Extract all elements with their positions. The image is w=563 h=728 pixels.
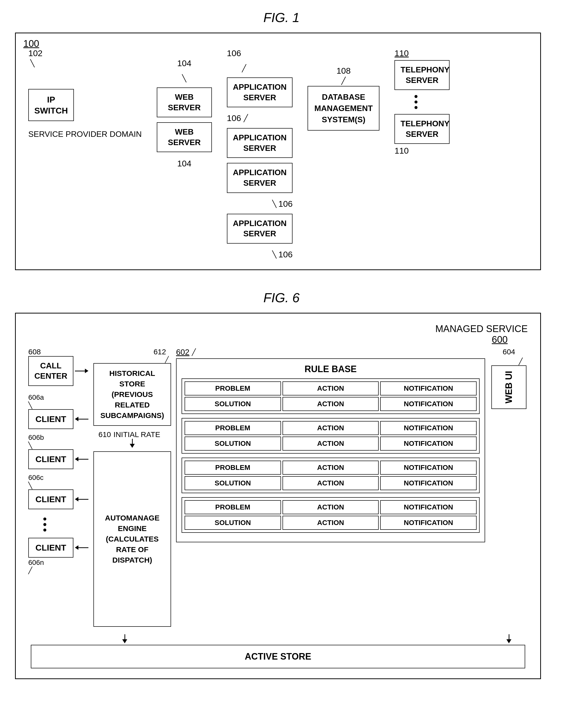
fig6-label-606n: 606n xyxy=(28,559,88,567)
fig6-container: MANAGED SERVICE 600 608 CALL CENTER xyxy=(15,313,541,679)
call-center-arrow xyxy=(75,369,88,373)
fig6-rulebase-col: 602 ╱ RULE BASE PROBLEM ACTION NOTIFICAT… xyxy=(176,348,485,542)
client-606a-arrow xyxy=(75,417,88,421)
fig1-label-106d-arrow: ╲ xyxy=(272,250,277,259)
client-606n-arrow xyxy=(75,545,88,550)
rg3-problem: PROBLEM xyxy=(185,461,281,475)
client-box-606a: CLIENT xyxy=(28,409,73,429)
active-store-box: ACTIVE STORE xyxy=(31,645,525,668)
rule-group-4: PROBLEM ACTION NOTIFICATION SOLUTION ACT… xyxy=(182,497,480,533)
webui-box: WEB UI xyxy=(491,365,526,409)
app-server-box-1: APPLICATIONSERVER xyxy=(227,77,293,107)
rg2-action2: ACTION xyxy=(282,437,379,451)
db-box: DATABASEMANAGEMENTSYSTEM(S) xyxy=(307,86,379,131)
fig1-label-106a: 106 xyxy=(227,48,241,58)
rg2-notification2: NOTIFICATION xyxy=(380,437,477,451)
rule-group-2: PROBLEM ACTION NOTIFICATION SOLUTION ACT… xyxy=(182,418,480,454)
fig6-title: FIG. 6 xyxy=(15,290,548,305)
rg1-problem: PROBLEM xyxy=(185,381,281,395)
app-server-box-2: APPLICATIONSERVER xyxy=(227,128,293,158)
service-provider-label: SERVICE PROVIDER DOMAIN xyxy=(28,129,142,140)
fig1-label-106b: 106 xyxy=(227,113,241,123)
dot-2 xyxy=(414,100,417,103)
dot-1 xyxy=(414,95,417,98)
fig1-label-106d: 106 xyxy=(279,250,293,259)
client-606c-arrow xyxy=(75,497,88,501)
fig6-label-606b: 606b xyxy=(28,434,88,442)
app-server-box-4: APPLICATIONSERVER xyxy=(227,214,293,244)
fig1-label-110b: 110 xyxy=(394,146,409,156)
fig6-label-606a: 606a xyxy=(28,393,88,401)
rg4-notification2: NOTIFICATION xyxy=(380,516,477,530)
telephony-server-box-2: TELEPHONYSERVER xyxy=(394,114,449,144)
fig1-label-106c-arrow: ╲ xyxy=(272,200,277,208)
rg1-notification2: NOTIFICATION xyxy=(380,397,477,411)
fig1-label-100: 100 xyxy=(23,38,39,49)
rule-group-3: PROBLEM ACTION NOTIFICATION SOLUTION ACT… xyxy=(182,458,480,493)
rule-group-1: PROBLEM ACTION NOTIFICATION SOLUTION ACT… xyxy=(182,378,480,414)
dot-3 xyxy=(414,106,417,109)
fig1-label-106c: 106 xyxy=(279,199,293,209)
rg2-problem: PROBLEM xyxy=(185,421,281,435)
client-box-606n: CLIENT xyxy=(28,538,73,558)
fig1-label-108: 108 xyxy=(336,66,350,76)
rg4-action1: ACTION xyxy=(282,500,379,514)
rg4-notification1: NOTIFICATION xyxy=(380,500,477,514)
historical-store-box: HISTORICALSTORE(PREVIOUSRELATEDSUBCAMPAI… xyxy=(93,363,171,426)
rg1-action1: ACTION xyxy=(282,381,379,395)
fig6-label-600: 600 xyxy=(435,334,508,345)
rg2-action1: ACTION xyxy=(282,421,379,435)
client-box-606b: CLIENT xyxy=(28,449,73,469)
fig6-webui-col: 604 ╱ WEB UI xyxy=(490,348,528,409)
rg4-solution: SOLUTION xyxy=(185,516,281,530)
rg1-notification1: NOTIFICATION xyxy=(380,381,477,395)
fig6-left-col: 608 CALL CENTER 606a ╲ CLI xyxy=(28,348,88,576)
rg4-problem: PROBLEM xyxy=(185,500,281,514)
fig1-title: FIG. 1 xyxy=(15,10,548,25)
rulebase-title: RULE BASE xyxy=(182,364,480,374)
rg3-solution: SOLUTION xyxy=(185,476,281,490)
rulebase-box: RULE BASE PROBLEM ACTION NOTIFICATION SO… xyxy=(176,358,485,542)
web-server-box-2: WEBSERVER xyxy=(157,122,212,152)
telephony-server-box-1: TELEPHONYSERVER xyxy=(394,60,449,90)
fig6-label-604: 604 xyxy=(503,348,515,356)
fig6-middle-col: 612 ╱ HISTORICALSTORE(PREVIOUSRELATEDSUB… xyxy=(93,348,171,627)
call-center-box: CALL CENTER xyxy=(28,356,73,386)
fig6-label-612: 612 xyxy=(93,348,166,356)
rg3-notification1: NOTIFICATION xyxy=(380,461,477,475)
rg3-notification2: NOTIFICATION xyxy=(380,476,477,490)
web-server-box-1: WEBSERVER xyxy=(157,87,212,117)
fig6-label-606c: 606c xyxy=(28,474,88,482)
app-server-box-3: APPLICATIONSERVER xyxy=(227,163,293,193)
fig6-label-608: 608 xyxy=(28,348,88,356)
rg3-action2: ACTION xyxy=(282,476,379,490)
fig1-container: 100 102 ╲ IPSWITCH SERVICE PROVIDER DOMA… xyxy=(15,33,541,270)
rg3-action1: ACTION xyxy=(282,461,379,475)
rg2-solution: SOLUTION xyxy=(185,437,281,451)
initial-rate-label: INITIAL RATE xyxy=(114,430,160,439)
fig6-label-610: 610 xyxy=(98,430,111,439)
managed-service-label: MANAGED SERVICE xyxy=(435,324,528,334)
client-box-606c: CLIENT xyxy=(28,489,73,509)
fig6-dots xyxy=(43,517,88,532)
rg1-action2: ACTION xyxy=(282,397,379,411)
fig6-label-602: 602 xyxy=(176,348,189,357)
fig1-label-104a: 104 xyxy=(157,58,212,68)
rg2-notification1: NOTIFICATION xyxy=(380,421,477,435)
fig1-label-110a: 110 xyxy=(394,48,409,58)
ip-switch-box: IPSWITCH xyxy=(28,89,74,121)
rg1-solution: SOLUTION xyxy=(185,397,281,411)
client-606b-arrow xyxy=(75,457,88,461)
rg4-action2: ACTION xyxy=(282,516,379,530)
fig1-label-104b: 104 xyxy=(157,159,212,168)
fig1-label-102: 102 xyxy=(28,48,43,58)
automanage-engine-box: AUTOMANAGEENGINE(CALCULATESRATE OFDISPAT… xyxy=(93,451,171,627)
